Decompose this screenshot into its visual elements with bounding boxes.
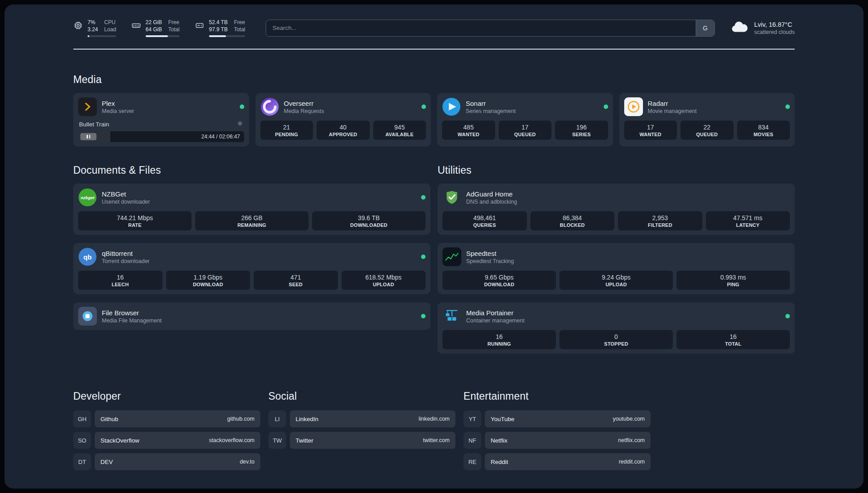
stat-value: 2,953 [619,214,701,221]
stat-tile: 21PENDING [260,121,313,140]
status-dot [240,104,244,109]
qbittorrent-icon: qb [78,247,97,266]
bookmark-github[interactable]: GH Githubgithub.com [73,410,260,427]
stat-tile: 47.571 msLATENCY [706,211,790,230]
stat-tile: 17WANTED [624,121,677,140]
stat-tile: 9.24 GbpsUPLOAD [559,271,673,290]
stat-tile: 945AVAILABLE [373,121,426,140]
stat-value: 22 [681,124,733,131]
bookmark-name: StackOverflow [100,437,139,444]
status-dot [421,314,426,318]
stat-label: DOWNLOADED [313,222,425,228]
weather-location: Lviv, 16.87°C [754,21,795,28]
service-card-speedtest[interactable]: Speedtest Speedtest Tracking 9.65 GbpsDO… [438,243,795,294]
cpu-icon [73,21,83,32]
sonarr-icon [442,97,461,116]
stat-label: SERIES [556,132,607,137]
service-name: Sonarr [466,100,516,107]
stat-label: MOVIES [738,132,789,137]
stat-value: 834 [738,124,789,131]
status-dot [785,314,790,318]
section-title-utilities: Utilities [438,164,795,176]
bookmark-abbr: LI [268,410,286,427]
svg-text:qb: qb [83,253,92,261]
stat-tile: 0.993 msPING [676,271,790,290]
filebrowser-icon [78,307,97,326]
bookmark-twitter[interactable]: TW Twittertwitter.com [268,432,455,449]
stat-value: 744.21 Mbps [79,214,191,221]
disk-total: 97.9 TB [209,26,228,33]
service-card-portainer[interactable]: Media Portainer Container management 16R… [438,302,795,354]
stat-tile: 498,461QUERIES [442,211,527,230]
service-name: qBittorrent [102,250,150,257]
search-input[interactable] [266,20,715,37]
stat-value: 17 [625,124,676,131]
disk-progress-bar [209,35,245,37]
bookmark-youtube[interactable]: YT YouTubeyoutube.com [463,410,651,427]
service-name: Media Portainer [466,309,525,317]
stat-tile: 40APPROVED [317,121,370,140]
service-card-plex[interactable]: Plex Media server Bullet Train 24:44 / 0… [73,93,249,146]
pause-button[interactable] [80,133,96,140]
bookmark-abbr: GH [73,410,91,427]
service-card-radarr[interactable]: Radarr Movie management 17WANTED 22QUEUE… [619,93,795,146]
bookmark-linkedin[interactable]: LI LinkedInlinkedin.com [268,410,455,427]
playback-time: 24:44 / 02:06:47 [201,134,244,140]
service-card-filebrowser[interactable]: File Browser Media File Management [73,302,430,330]
stat-label: SEED [255,282,337,287]
bookmark-name: Github [100,416,118,422]
bookmark-name: Reddit [491,459,508,465]
stat-tile: 834MOVIES [737,121,790,140]
stat-label: WANTED [443,132,494,137]
service-card-qbittorrent[interactable]: qb qBittorrent Torrent downloader 16LEEC… [73,243,430,294]
service-card-sonarr[interactable]: Sonarr Series management 485WANTED 17QUE… [437,93,613,146]
service-card-adguard[interactable]: AdGuard Home DNS and adblocking 498,461Q… [438,184,795,235]
status-dot [604,104,608,109]
bookmark-abbr: TW [268,432,286,449]
svg-text:nzbget: nzbget [81,195,95,200]
stat-label: STOPPED [560,341,672,347]
weather-condition: scattered clouds [754,29,795,35]
service-name: File Browser [102,309,162,317]
stat-value: 17 [500,124,551,131]
search-provider-button[interactable]: G [696,20,714,36]
header-divider [73,49,795,50]
stat-tile: 744.21 MbpsRATE [78,211,192,230]
service-card-overseerr[interactable]: Overseerr Media Requests 21PENDING 40APP… [255,93,431,146]
service-card-nzbget[interactable]: nzbget NZBGet Usenet downloader 744.21 M… [73,184,430,235]
stat-label: BLOCKED [531,222,614,228]
service-name: Speedtest [466,250,514,257]
memory-icon [131,21,141,32]
stat-tile: 17QUEUED [499,121,552,140]
stat-tile: 16LEECH [78,271,163,290]
search: G [266,20,715,37]
bookmark-name: Twitter [296,437,313,444]
status-dot [421,104,426,109]
stat-label: LATENCY [707,222,789,228]
service-desc: Container management [466,318,525,324]
gear-icon[interactable] [237,120,243,128]
stat-label: PENDING [261,132,313,137]
service-desc: Usenet downloader [102,199,150,205]
bookmark-reddit[interactable]: RE Redditreddit.com [463,453,651,470]
media-player-bar: 24:44 / 02:06:47 [78,131,244,142]
nzbget-icon: nzbget [78,188,97,207]
bookmark-url: reddit.com [619,459,645,465]
service-name: AdGuard Home [466,190,517,198]
stat-label: PING [677,282,789,287]
bookmark-name: YouTube [491,416,514,422]
disk-label-2: Total [234,26,245,33]
stat-value: 9.65 Gbps [443,274,555,281]
stat-label: QUEUED [681,132,733,137]
bookmark-netflix[interactable]: NF Netflixnetflix.com [463,432,651,449]
cpu-progress-bar [88,35,116,37]
bookmark-dev[interactable]: DT DEVdev.to [73,453,260,470]
media-card-grid: Plex Media server Bullet Train 24:44 / 0… [73,93,795,146]
stat-label: REMAINING [196,222,308,228]
ram-label-2: Total [168,26,179,33]
stat-label: AVAILABLE [374,132,426,137]
service-desc: Media File Management [102,318,162,324]
stat-label: FILTERED [619,222,701,228]
cpu-label-2: Load [104,26,116,33]
bookmark-stackoverflow[interactable]: SO StackOverflowstackoverflow.com [73,432,260,449]
